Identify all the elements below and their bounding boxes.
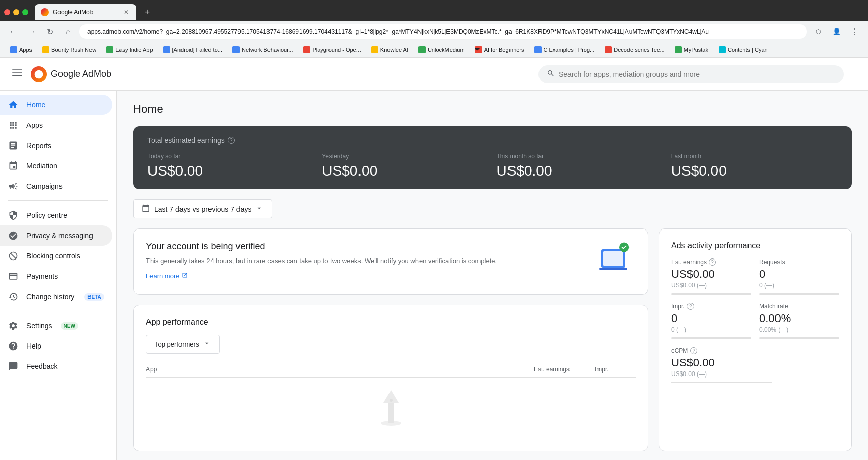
sidebar-item-mediation[interactable]: Mediation <box>0 156 112 176</box>
home-icon <box>8 100 18 110</box>
search-input[interactable] <box>559 70 835 78</box>
sidebar-label-blocking: Blocking controls <box>26 252 80 260</box>
menu-icon[interactable] <box>8 64 26 84</box>
bookmark-favicon <box>418 46 426 53</box>
ads-metrics-row-2: Impr. ? 0 0 (—) Match rate <box>671 303 839 339</box>
bookmark-favicon <box>605 46 612 53</box>
learn-more-link[interactable]: Learn more <box>146 272 587 280</box>
bookmark-apps[interactable]: Apps <box>6 45 36 55</box>
extensions-btn[interactable]: ⬡ <box>811 24 825 39</box>
browser-chrome: Google AdMob ✕ + ← → ↻ ⌂ ⬡ 👤 ⋮ Apps Boun… <box>0 0 868 58</box>
profile-btn[interactable]: 👤 <box>829 24 844 39</box>
earnings-today-value: US$0.00 <box>147 163 314 179</box>
tab-title: Google AdMob <box>53 9 118 16</box>
settings-icon <box>8 321 18 331</box>
bookmark-ai[interactable]: ❤ AI for Beginners <box>471 45 528 55</box>
sidebar-item-feedback[interactable]: Feedback <box>0 356 112 377</box>
ads-activity-title: Ads activity performance <box>671 241 839 250</box>
bookmark-label: Knowlee AI <box>380 47 408 53</box>
back-btn[interactable]: ← <box>6 24 20 39</box>
tab-close-btn[interactable]: ✕ <box>122 8 130 16</box>
main-content: Home Total estimated earnings ? Today so… <box>117 91 868 460</box>
metric-requests-sub: 0 (—) <box>759 282 839 289</box>
sidebar-label-policy: Policy centre <box>26 211 67 219</box>
earnings-title-text: Total estimated earnings <box>147 136 225 145</box>
sidebar-label-change-history: Change history <box>26 293 74 301</box>
metric-impr-info-icon[interactable]: ? <box>687 303 694 310</box>
active-tab[interactable]: Google AdMob ✕ <box>35 4 136 20</box>
new-tab-btn[interactable]: + <box>140 5 155 19</box>
svg-rect-2 <box>12 75 22 76</box>
svg-rect-0 <box>12 69 22 70</box>
window-close-btn[interactable] <box>4 9 10 15</box>
sidebar-label-campaigns: Campaigns <box>26 182 63 190</box>
metric-impr-label: Impr. ? <box>671 303 751 310</box>
sidebar-item-policy[interactable]: Policy centre <box>0 205 112 225</box>
sidebar-item-blocking[interactable]: Blocking controls <box>0 246 112 266</box>
bookmark-favicon <box>10 46 17 53</box>
bookmark-favicon <box>675 46 682 53</box>
bookmark-c-examples[interactable]: C Examples | Prog... <box>530 45 599 55</box>
sidebar-item-settings[interactable]: Settings NEW <box>0 315 112 336</box>
reload-btn[interactable]: ↻ <box>43 24 57 39</box>
sidebar-item-apps[interactable]: Apps <box>0 115 112 135</box>
sidebar-item-campaigns[interactable]: Campaigns <box>0 176 112 196</box>
metric-ecpm-bar <box>671 382 772 383</box>
ads-metrics-container: Est. earnings ? US$0.00 US$0.00 (—) Requ… <box>671 258 839 383</box>
sidebar-item-home[interactable]: Home <box>0 95 112 115</box>
bookmark-label: Contents | Cyan <box>728 47 768 53</box>
earnings-lastmonth-label: Last month <box>671 153 837 160</box>
sidebar-item-help[interactable]: Help <box>0 336 112 356</box>
sidebar-item-reports[interactable]: Reports <box>0 135 112 156</box>
search-bar[interactable] <box>538 65 844 83</box>
earnings-yesterday-label: Yesterday <box>322 153 488 160</box>
left-column: Your account is being verified This gene… <box>133 228 648 451</box>
admob-logo: Google AdMob <box>31 66 111 82</box>
calendar-icon <box>142 204 150 214</box>
earnings-info-icon[interactable]: ? <box>228 137 235 144</box>
earnings-today-label: Today so far <box>147 153 314 160</box>
bookmark-contents[interactable]: Contents | Cyan <box>714 45 772 55</box>
metric-impr-bar <box>671 337 751 339</box>
bookmark-unlock[interactable]: UnlockMedium <box>414 45 469 55</box>
bookmark-decode[interactable]: Decode series Tec... <box>601 45 668 55</box>
bookmark-knowlee[interactable]: Knowlee AI <box>367 45 412 55</box>
sidebar-label-feedback: Feedback <box>26 362 57 370</box>
sidebar-item-payments[interactable]: Payments <box>0 266 112 286</box>
address-input[interactable] <box>79 24 807 39</box>
sidebar-item-change-history[interactable]: Change history BETA <box>0 286 112 307</box>
bookmark-android[interactable]: [Android] Failed to... <box>159 45 226 55</box>
top-performers-label: Top performers <box>155 340 199 348</box>
window-maximize-btn[interactable] <box>22 9 28 15</box>
sidebar-item-privacy[interactable]: Privacy & messaging <box>0 225 112 246</box>
earnings-lastmonth-value: US$0.00 <box>671 163 837 179</box>
blocking-icon <box>8 251 18 261</box>
svg-rect-8 <box>388 403 394 423</box>
metric-ecpm-info-icon[interactable]: ? <box>690 347 697 354</box>
metric-info-icon[interactable]: ? <box>709 258 716 266</box>
menu-dots-btn[interactable]: ⋮ <box>848 24 862 39</box>
top-performers-btn[interactable]: Top performers <box>146 335 220 354</box>
metric-impr: Impr. ? 0 0 (—) <box>671 303 751 339</box>
window-minimize-btn[interactable] <box>13 9 19 15</box>
bookmark-bounty[interactable]: Bounty Rush New <box>38 45 100 55</box>
earnings-last-month: Last month US$0.00 <box>671 153 837 179</box>
bookmark-mypustak[interactable]: MyPustak <box>671 45 712 55</box>
help-icon <box>8 341 18 351</box>
bookmark-network[interactable]: Network Behaviour... <box>228 45 297 55</box>
svg-rect-1 <box>12 72 22 73</box>
bookmark-favicon: ❤ <box>475 46 482 53</box>
address-bar-row: ← → ↻ ⌂ ⬡ 👤 ⋮ <box>0 21 868 42</box>
bookmark-easy-indie[interactable]: Easy Indie App <box>102 45 157 55</box>
bookmark-label: Decode series Tec... <box>614 47 664 53</box>
metric-match-rate: Match rate 0.00% 0.00% (—) <box>759 303 839 339</box>
home-nav-btn[interactable]: ⌂ <box>61 24 75 39</box>
forward-btn[interactable]: → <box>24 24 39 39</box>
svg-point-10 <box>390 399 393 402</box>
search-icon <box>547 69 555 79</box>
date-filter-btn[interactable]: Last 7 days vs previous 7 days <box>133 199 272 218</box>
svg-rect-4 <box>603 251 623 266</box>
table-header-app: App <box>146 366 534 373</box>
bookmark-favicon <box>719 46 726 53</box>
bookmark-playground[interactable]: Playground - Ope... <box>299 45 365 55</box>
